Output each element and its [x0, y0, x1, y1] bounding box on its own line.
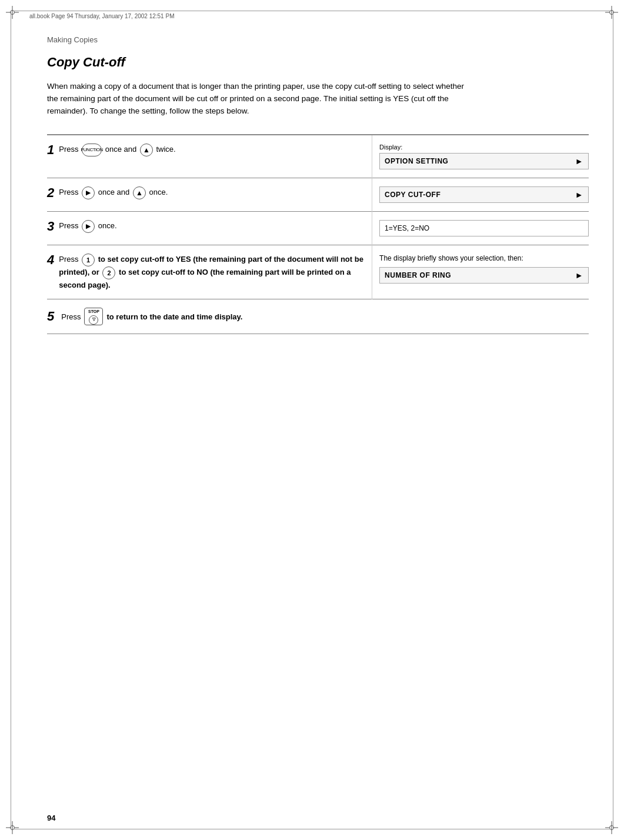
- display-box-4: NUMBER OF RING ►: [379, 267, 589, 284]
- up-button-1: ▲: [140, 144, 153, 156]
- step-1-right: Display: OPTION SETTING ►: [372, 135, 589, 178]
- stop-icon-inner: ▽: [89, 315, 98, 325]
- arrow-right-1: ►: [575, 156, 583, 166]
- arrow-right-4: ►: [575, 271, 583, 280]
- step-3-left: 3 Press ▶ once.: [47, 211, 372, 245]
- stop-button: STOP ▽: [84, 308, 103, 325]
- step-5-cell: 5 Press STOP ▽ to return to the date and…: [47, 299, 589, 334]
- step-2-once-and: once and: [98, 188, 130, 196]
- step-2-content: Press ▶ once and ▲ once.: [59, 186, 365, 199]
- arrow-right-2: ►: [575, 190, 583, 199]
- up-button-2: ▲: [133, 186, 146, 199]
- step-row-4: 4 Press 1 to set copy cut-off to YES (th…: [47, 245, 589, 299]
- main-content: Making Copies Copy Cut-off When making a…: [47, 35, 589, 334]
- step-number-5: 5: [47, 310, 54, 323]
- step-number-3: 3: [47, 220, 54, 233]
- step-5-content: Press STOP ▽ to return to the date and t…: [61, 308, 242, 325]
- main-title: Copy Cut-off: [47, 55, 589, 70]
- step-row-1: 1 Press FUNCTION once and ▲ twice. Displ…: [47, 135, 589, 178]
- step-3-press: Press: [59, 221, 78, 230]
- display-box-2: COPY CUT-OFF ►: [379, 186, 589, 203]
- step-4-right: The display briefly shows your selection…: [372, 245, 589, 299]
- number1-button: 1: [82, 254, 95, 266]
- step-5-text: to return to the date and time display.: [106, 312, 242, 321]
- step-1-press: Press: [59, 145, 78, 154]
- display-desc-4: The display briefly shows your selection…: [379, 254, 589, 264]
- step-number-2: 2: [47, 186, 54, 199]
- step-1-twice: twice.: [156, 145, 175, 154]
- step-2-press: Press: [59, 188, 78, 196]
- page-number: 94: [47, 814, 55, 822]
- step-3-once: once.: [98, 221, 117, 230]
- step-number-1: 1: [47, 144, 54, 156]
- display-box-1: OPTION SETTING ►: [379, 153, 589, 169]
- step-4-left: 4 Press 1 to set copy cut-off to YES (th…: [47, 245, 372, 299]
- step-4-press: Press: [59, 255, 78, 264]
- number2-button: 2: [102, 266, 115, 279]
- intro-text: When making a copy of a document that is…: [47, 81, 470, 118]
- step-row-3: 3 Press ▶ once. 1=YES, 2=NO: [47, 211, 589, 245]
- display-box-3: 1=YES, 2=NO: [379, 220, 589, 236]
- step-1-content: Press FUNCTION once and ▲ twice.: [59, 144, 365, 156]
- step-4-content: Press 1 to set copy cut-off to YES (the …: [59, 254, 365, 291]
- step-1-once-and: once and: [105, 145, 137, 154]
- step-3-right: 1=YES, 2=NO: [372, 211, 589, 245]
- display-label-1: Display:: [379, 144, 589, 151]
- step-number-4: 4: [47, 254, 54, 266]
- function-button: FUNCTION: [82, 144, 102, 156]
- right-button-3: ▶: [82, 220, 95, 233]
- section-title: Making Copies: [47, 35, 589, 44]
- steps-table: 1 Press FUNCTION once and ▲ twice. Displ…: [47, 134, 589, 335]
- step-2-right: COPY CUT-OFF ►: [372, 178, 589, 211]
- step-1-left: 1 Press FUNCTION once and ▲ twice.: [47, 135, 372, 178]
- right-button-2: ▶: [82, 186, 95, 199]
- step-2-once: once.: [149, 188, 168, 196]
- step-row-5: 5 Press STOP ▽ to return to the date and…: [47, 299, 589, 334]
- step-5-press: Press: [61, 311, 81, 323]
- step-2-left: 2 Press ▶ once and ▲ once.: [47, 178, 372, 211]
- step-row-2: 2 Press ▶ once and ▲ once. COPY CUT-OFF …: [47, 178, 589, 211]
- step-3-content: Press ▶ once.: [59, 220, 365, 233]
